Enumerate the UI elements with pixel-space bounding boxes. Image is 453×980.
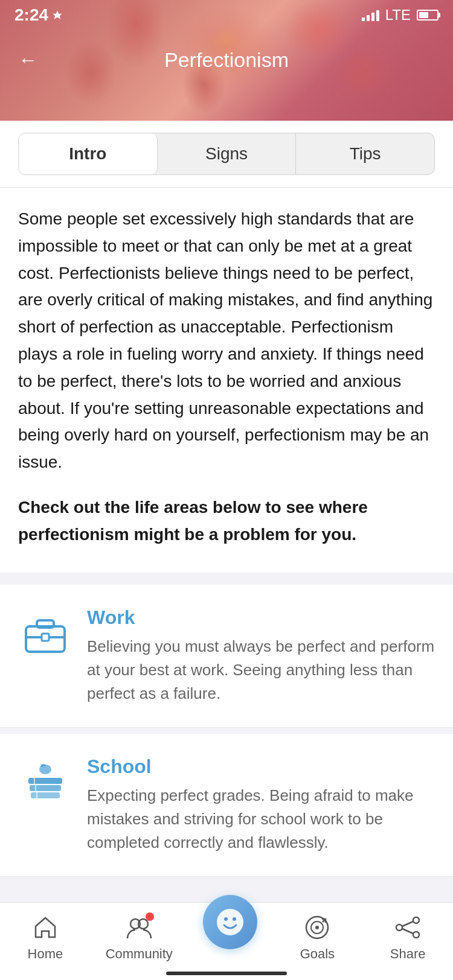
- svg-rect-3: [42, 634, 49, 641]
- svg-point-15: [233, 917, 236, 921]
- svg-point-21: [413, 932, 419, 938]
- school-card-body: School Expecting perfect grades. Being a…: [87, 756, 435, 854]
- tab-group: Intro Signs Tips: [18, 133, 435, 175]
- svg-line-24: [402, 929, 413, 934]
- nav-community-label: Community: [106, 946, 173, 962]
- tab-intro[interactable]: Intro: [19, 133, 158, 174]
- intro-body: Some people set excessively high standar…: [18, 206, 435, 476]
- school-title: School: [87, 756, 435, 778]
- svg-point-4: [39, 765, 51, 774]
- intro-content: Some people set excessively high standar…: [0, 188, 453, 573]
- section-divider-2: [0, 728, 453, 734]
- work-icon: [18, 606, 72, 661]
- tab-signs[interactable]: Signs: [158, 133, 297, 174]
- tabs-container: Intro Signs Tips: [0, 121, 453, 188]
- school-description: Expecting perfect grades. Being afraid t…: [87, 784, 435, 854]
- community-icon: [124, 912, 154, 943]
- nav-goals[interactable]: Goals: [287, 912, 347, 962]
- svg-rect-7: [31, 792, 60, 798]
- status-indicators: LTE: [362, 7, 439, 24]
- section-divider: [0, 579, 453, 585]
- work-card-body: Work Believing you must always be perfec…: [87, 606, 435, 705]
- cta-text: Check out the life areas below to see wh…: [18, 494, 435, 549]
- tab-tips[interactable]: Tips: [296, 133, 434, 174]
- battery-icon: [417, 10, 439, 21]
- svg-rect-1: [37, 620, 54, 628]
- svg-point-13: [217, 909, 243, 935]
- nav-center[interactable]: [203, 913, 257, 949]
- back-button[interactable]: ←: [18, 49, 37, 71]
- nav-home-label: Home: [28, 946, 63, 962]
- svg-rect-5: [28, 778, 62, 784]
- nav-community[interactable]: Community: [106, 912, 173, 962]
- status-time: 2:24: [14, 5, 63, 25]
- school-icon: [18, 756, 72, 810]
- goals-icon: [302, 912, 332, 943]
- share-icon: [393, 912, 423, 943]
- svg-rect-6: [30, 785, 61, 791]
- work-description: Believing you must always be perfect and…: [87, 635, 435, 705]
- nav-share-label: Share: [390, 946, 426, 962]
- svg-point-18: [315, 926, 319, 929]
- bottom-nav: Home Community: [0, 902, 453, 980]
- svg-point-22: [396, 924, 402, 931]
- nav-share[interactable]: Share: [378, 912, 438, 962]
- home-icon: [30, 912, 60, 943]
- life-area-work[interactable]: Work Believing you must always be perfec…: [0, 585, 453, 728]
- nav-goals-label: Goals: [300, 946, 335, 962]
- smiley-button[interactable]: [203, 895, 257, 949]
- signal-icon: [362, 9, 379, 21]
- lte-label: LTE: [385, 7, 411, 24]
- svg-point-20: [413, 917, 419, 923]
- page-title: Perfectionism: [164, 48, 289, 72]
- life-area-school[interactable]: School Expecting perfect grades. Being a…: [0, 734, 453, 877]
- svg-point-14: [224, 917, 228, 921]
- nav-home[interactable]: Home: [15, 912, 76, 962]
- home-indicator: [166, 972, 287, 975]
- svg-line-23: [402, 921, 413, 926]
- work-title: Work: [87, 606, 435, 629]
